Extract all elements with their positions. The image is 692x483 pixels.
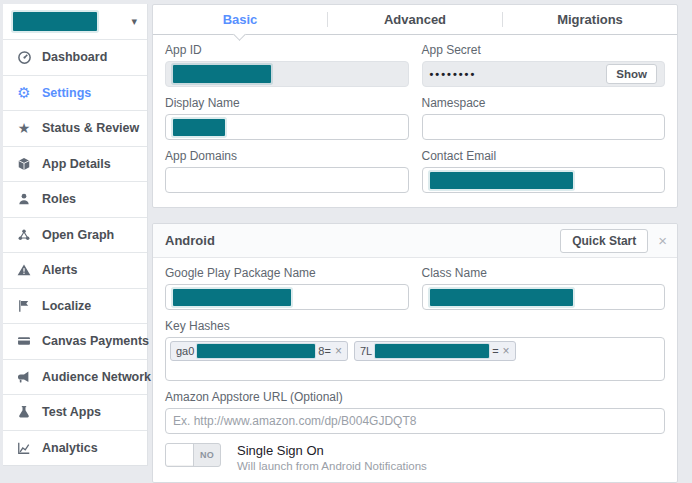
- flag-icon: [16, 298, 32, 314]
- warning-icon: [16, 262, 32, 278]
- sidebar-item-label: Canvas Payments: [42, 334, 149, 348]
- sidebar-item-status-review[interactable]: ★ Status & Review: [3, 110, 147, 146]
- remove-key-hash-icon[interactable]: ×: [503, 345, 510, 357]
- sidebar: ▾ Dashboard ⚙ Settings ★ Status & Review…: [3, 4, 148, 466]
- key-hash-prefix: ga0: [176, 345, 194, 357]
- class-name-input[interactable]: [422, 284, 666, 310]
- display-name-label: Display Name: [165, 96, 409, 110]
- google-play-package-name-label: Google Play Package Name: [165, 266, 409, 280]
- sidebar-menu: Dashboard ⚙ Settings ★ Status & Review A…: [3, 39, 147, 465]
- show-secret-button[interactable]: Show: [606, 64, 657, 84]
- class-name-redacted: [430, 289, 573, 306]
- quick-start-button[interactable]: Quick Start: [560, 229, 648, 253]
- android-section-header: Android Quick Start ×: [153, 224, 677, 258]
- tab-label: Basic: [223, 12, 258, 27]
- sidebar-item-label: Audience Network: [42, 370, 151, 384]
- contact-email-input[interactable]: [422, 167, 666, 193]
- key-hashes-label: Key Hashes: [165, 319, 665, 333]
- sidebar-item-roles[interactable]: Roles: [3, 181, 147, 217]
- sidebar-item-label: Settings: [42, 86, 91, 100]
- toggle-handle: [166, 444, 194, 466]
- app-secret-mask: ••••••••: [430, 68, 477, 80]
- app-name-redacted: [13, 12, 97, 31]
- display-name-input[interactable]: [165, 114, 409, 140]
- tab-label: Advanced: [384, 12, 446, 27]
- sidebar-item-label: Open Graph: [42, 228, 114, 242]
- display-name-redacted: [173, 119, 225, 136]
- close-icon[interactable]: ×: [658, 233, 667, 248]
- package-name-redacted: [173, 289, 291, 306]
- android-platform-card: Android Quick Start × Google Play Packag…: [152, 223, 678, 483]
- key-hash-redacted: [375, 344, 489, 358]
- sidebar-item-label: Localize: [42, 299, 91, 313]
- tab-label: Migrations: [557, 12, 623, 27]
- sidebar-item-alerts[interactable]: Alerts: [3, 252, 147, 288]
- cube-icon: [16, 156, 32, 172]
- contact-email-redacted: [430, 172, 573, 189]
- app-domains-input[interactable]: [165, 167, 409, 193]
- remove-key-hash-icon[interactable]: ×: [335, 345, 342, 357]
- key-hash-redacted: [197, 344, 315, 358]
- megaphone-icon: [16, 369, 32, 385]
- key-hash-chip: 7L = ×: [354, 341, 516, 361]
- sidebar-item-label: Alerts: [42, 263, 77, 277]
- settings-tabs: Basic Advanced Migrations: [153, 5, 677, 35]
- chevron-down-icon: ▾: [131, 16, 137, 27]
- sidebar-item-open-graph[interactable]: Open Graph: [3, 217, 147, 253]
- class-name-label: Class Name: [422, 266, 666, 280]
- app-id-redacted: [173, 65, 271, 83]
- key-hash-prefix: 7L: [360, 345, 372, 357]
- sidebar-item-app-details[interactable]: App Details: [3, 146, 147, 182]
- settings-content: Basic Advanced Migrations App ID: [152, 4, 678, 483]
- toggle-state-label: NO: [194, 444, 220, 466]
- sidebar-item-label: Status & Review: [42, 121, 139, 135]
- tab-advanced[interactable]: Advanced: [328, 5, 502, 34]
- sidebar-item-label: App Details: [42, 157, 111, 171]
- single-sign-on-toggle[interactable]: NO: [165, 443, 221, 467]
- key-hash-chip: ga0 8= ×: [170, 341, 348, 361]
- basic-settings-card: Basic Advanced Migrations App ID: [152, 4, 678, 208]
- key-hashes-input[interactable]: ga0 8= × 7L = ×: [165, 337, 665, 381]
- single-sign-on-row: NO Single Sign On Will launch from Andro…: [165, 443, 665, 472]
- chart-icon: [16, 440, 32, 456]
- flask-icon: [16, 404, 32, 420]
- sidebar-item-canvas-payments[interactable]: Canvas Payments: [3, 323, 147, 359]
- sidebar-item-localize[interactable]: Localize: [3, 288, 147, 324]
- person-icon: [16, 191, 32, 207]
- star-icon: ★: [16, 120, 32, 136]
- sidebar-item-label: Dashboard: [42, 50, 107, 64]
- sidebar-item-test-apps[interactable]: Test Apps: [3, 394, 147, 430]
- app-secret-label: App Secret: [422, 43, 666, 57]
- card-icon: [16, 333, 32, 349]
- android-section-title: Android: [165, 233, 215, 248]
- app-selector-dropdown[interactable]: ▾: [3, 4, 147, 39]
- app-id-label: App ID: [165, 43, 409, 57]
- tab-basic[interactable]: Basic: [153, 5, 327, 34]
- google-play-package-name-input[interactable]: [165, 284, 409, 310]
- amazon-appstore-url-input[interactable]: [165, 408, 665, 434]
- namespace-label: Namespace: [422, 96, 666, 110]
- gear-icon: ⚙: [16, 85, 32, 101]
- sidebar-item-settings[interactable]: ⚙ Settings: [3, 75, 147, 111]
- namespace-input[interactable]: [422, 114, 666, 140]
- sidebar-item-label: Test Apps: [42, 405, 101, 419]
- key-hash-suffix: 8=: [318, 345, 331, 357]
- single-sign-on-title: Single Sign On: [237, 443, 427, 458]
- sidebar-item-label: Roles: [42, 192, 76, 206]
- app-domains-label: App Domains: [165, 149, 409, 163]
- sidebar-item-label: Analytics: [42, 441, 98, 455]
- dashboard-icon: [16, 49, 32, 65]
- single-sign-on-description: Will launch from Android Notifications: [237, 460, 427, 472]
- tab-migrations[interactable]: Migrations: [503, 5, 677, 34]
- nodes-icon: [16, 227, 32, 243]
- sidebar-item-dashboard[interactable]: Dashboard: [3, 39, 147, 75]
- contact-email-label: Contact Email: [422, 149, 666, 163]
- key-hash-suffix: =: [492, 345, 498, 357]
- app-id-field: [165, 61, 409, 87]
- sidebar-item-audience-network[interactable]: Audience Network: [3, 359, 147, 395]
- sidebar-item-analytics[interactable]: Analytics: [3, 430, 147, 466]
- app-secret-field: •••••••• Show: [422, 61, 666, 87]
- amazon-appstore-url-label: Amazon Appstore URL (Optional): [165, 390, 665, 404]
